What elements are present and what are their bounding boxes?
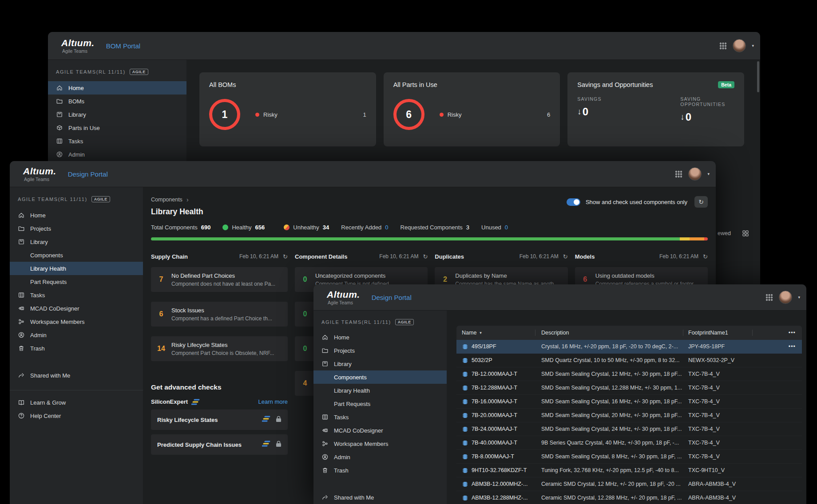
column-header-name[interactable]: Name — [462, 330, 476, 336]
sidebar-nav-item[interactable]: Library Health — [10, 262, 143, 275]
workspace-switcher[interactable]: AGILE TEAMS(RL 11/11) AGILE — [313, 315, 447, 331]
sidebar-nav-item[interactable]: Workspace Members — [313, 437, 447, 450]
sidebar-nav-item[interactable]: Library Health — [313, 384, 447, 397]
row-actions-icon[interactable]: ••• — [789, 343, 802, 350]
home-icon — [18, 212, 25, 219]
used-components-toggle[interactable] — [567, 198, 580, 206]
sidebar-nav-item[interactable]: Library — [313, 357, 447, 370]
component-chip-icon — [462, 398, 468, 405]
sidebar-nav-item[interactable]: Admin — [10, 328, 143, 342]
sidebar-nav-item[interactable]: Part Requests — [313, 397, 447, 410]
sidebar-nav-item[interactable]: Tasks — [48, 134, 186, 148]
sidebar-nav-item[interactable]: Library — [10, 235, 143, 248]
progress-segment — [151, 237, 680, 240]
lock-icon — [276, 416, 282, 424]
refresh-icon[interactable]: ↻ — [703, 253, 708, 260]
component-row[interactable]: ABM3B-12.000MHZ-... Ceramic SMD Crystal,… — [456, 477, 802, 491]
component-row[interactable]: 7B-12.000MAAJ-T SMD Seam Sealing Crystal… — [456, 367, 802, 381]
component-row[interactable]: 7B-40.000MAAJ-T 9B Series Quartz Crystal… — [456, 436, 802, 450]
nav-item-label: Tasks — [68, 138, 83, 145]
advanced-check-item[interactable]: Predicted Supply Chain Issues — [151, 434, 288, 455]
sidebar-nav-item[interactable]: Parts in Use — [48, 121, 186, 134]
account-menu-caret-icon[interactable]: ▾ — [752, 43, 754, 48]
sidebar-nav-item[interactable]: MCAD CoDesigner — [10, 302, 143, 315]
sidebar-nav-item[interactable]: Library — [48, 108, 186, 121]
component-footprint: TXC-7B-4_V — [683, 398, 765, 405]
sort-caret-icon[interactable]: ▾ — [480, 331, 482, 335]
component-footprint: JPY-49S-18PF — [683, 343, 765, 350]
savings-card[interactable]: Savings and Opportunities Beta SAVINGS ↓… — [567, 72, 744, 146]
sidebar-nav-item[interactable]: Tasks — [313, 410, 447, 424]
agile-teams-tagline: Agile Teams — [61, 49, 95, 54]
share-icon — [321, 494, 329, 501]
workspace-switcher[interactable]: AGILE TEAMS(RL 11/11) AGILE — [10, 192, 143, 209]
apps-grid-icon[interactable] — [675, 170, 682, 178]
refresh-icon[interactable]: ↻ — [563, 253, 568, 260]
component-row[interactable]: 5032/2P SMD Quartz Crystal, 10 to 50 MHz… — [456, 354, 802, 367]
user-avatar[interactable] — [688, 167, 702, 181]
advanced-checks-section: Get advanced checks SiliconExpert Learn … — [151, 383, 288, 455]
health-stat: Unused 0 — [481, 224, 508, 231]
status-dot-icon — [222, 224, 228, 230]
components-table: Name ▾ Description FootprintName1 ••• — [456, 326, 802, 504]
component-row[interactable]: 49S/18PF Crystal, 16 MHz, +/-20 ppm, 18 … — [456, 340, 802, 354]
apps-grid-icon[interactable] — [719, 42, 727, 50]
component-row[interactable]: 7B-12.288MAAJ-T SMD Seam Sealing Crystal… — [456, 381, 802, 395]
sidebar-nav-item[interactable]: Components — [313, 370, 447, 384]
health-check-item[interactable]: 7 No Defined Part ChoicesComponent does … — [151, 267, 288, 292]
component-footprint: TXC-7B-4_V — [683, 426, 765, 432]
scrollbar-thumb[interactable] — [757, 61, 759, 92]
all-boms-card[interactable]: All BOMs 1 Risky 1 — [199, 72, 376, 146]
sidebar-nav-item[interactable]: Shared with Me — [10, 369, 143, 382]
account-menu-caret-icon[interactable]: ▾ — [798, 295, 800, 299]
sidebar-nav-item[interactable]: Shared with Me — [313, 491, 447, 504]
sidebar-nav-item[interactable]: Projects — [10, 222, 143, 235]
workspace-switcher[interactable]: AGILE TEAMS(RL 11/11) AGILE — [48, 64, 186, 81]
component-row[interactable]: ABM3B-12.288MHZ-... Ceramic SMD Crystal,… — [456, 491, 802, 504]
nav-item-label: Workspace Members — [30, 319, 85, 325]
user-avatar[interactable] — [779, 291, 792, 304]
sidebar-nav-item[interactable]: BOMs — [48, 94, 186, 108]
user-avatar[interactable] — [733, 39, 746, 52]
sidebar-nav-item[interactable]: Part Requests — [10, 275, 143, 288]
component-row[interactable]: 7B-24.000MAAJ-T SMD Seam Sealing Crystal… — [456, 422, 802, 436]
column-header-description[interactable]: Description — [535, 330, 683, 336]
toggle-label: Show and check used components only — [586, 199, 687, 205]
sidebar-nav-item[interactable]: Tasks — [10, 288, 143, 302]
all-parts-card[interactable]: All Parts in Use 6 Risky 6 — [384, 72, 560, 146]
component-row[interactable]: 7B-16.000MAAJ-T SMD Seam Sealing Crystal… — [456, 395, 802, 409]
sidebar-nav-item[interactable]: Components — [10, 248, 143, 262]
sidebar-nav-item[interactable]: Home — [10, 209, 143, 222]
health-check-item[interactable]: 14 Risky Lifecycle StatesComponent Part … — [151, 336, 288, 361]
lock-icon — [276, 441, 282, 449]
column-header-footprint[interactable]: FootprintName1 — [683, 330, 765, 336]
sidebar-nav-item[interactable]: Trash — [313, 464, 447, 477]
sidebar-nav-item[interactable]: Admin — [313, 450, 447, 464]
component-row[interactable]: 7B-20.000MAAJ-T SMD Seam Sealing Crystal… — [456, 409, 802, 422]
sidebar-nav-item[interactable]: Home — [48, 81, 186, 94]
advanced-check-item[interactable]: Risky Lifecycle States — [151, 410, 288, 430]
sidebar-nav-item[interactable]: Workspace Members — [10, 315, 143, 328]
learn-more-link[interactable]: Learn more — [258, 398, 288, 405]
workspace-badge: AGILE — [395, 319, 414, 325]
component-row[interactable]: 7B-8.000MAAJ-T SMD Seam Sealing Crystal,… — [456, 450, 802, 464]
column-settings-icon[interactable]: ••• — [789, 330, 802, 336]
grid-view-icon[interactable] — [742, 230, 749, 236]
admin-icon — [321, 453, 329, 461]
sidebar-nav-item[interactable]: Learn & Grow — [10, 396, 143, 409]
sidebar-nav-item[interactable]: Projects — [313, 344, 447, 357]
sidebar-nav-item[interactable]: Help Center — [10, 409, 143, 422]
sidebar-nav-item[interactable]: Admin — [48, 148, 186, 161]
account-menu-caret-icon[interactable]: ▾ — [707, 172, 710, 176]
component-chip-icon — [462, 412, 468, 419]
apps-grid-icon[interactable] — [765, 294, 773, 301]
sidebar-nav-item[interactable]: Home — [313, 331, 447, 344]
health-check-item[interactable]: 6 Stock IssuesComponent has a defined Pa… — [151, 302, 288, 327]
refresh-button[interactable]: ↻ — [694, 196, 708, 208]
refresh-icon[interactable]: ↻ — [423, 253, 428, 260]
component-row[interactable]: 9HT10-32.768KDZF-T Tuning Fork, 32.768 K… — [456, 464, 802, 477]
components-window-nav-secondary: Shared with Me — [313, 491, 447, 504]
refresh-icon[interactable]: ↻ — [283, 253, 288, 260]
sidebar-nav-item[interactable]: Trash — [10, 342, 143, 355]
sidebar-nav-item[interactable]: MCAD CoDesigner — [313, 424, 447, 437]
